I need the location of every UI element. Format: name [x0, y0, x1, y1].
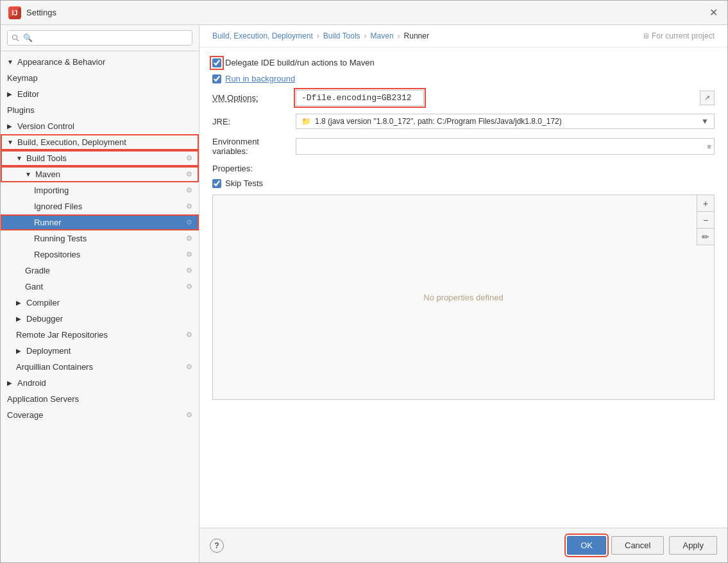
skip-tests-label: Skip Tests — [225, 178, 263, 188]
remove-property-button[interactable]: − — [697, 212, 714, 229]
skip-tests-checkbox[interactable] — [212, 179, 221, 188]
sidebar-item-label: Appearance & Behavior — [17, 57, 105, 67]
sidebar-item-label: Build, Execution, Deployment — [17, 137, 126, 147]
sidebar-item-label: Plugins — [7, 105, 35, 115]
sidebar-item-plugins[interactable]: Plugins — [1, 102, 199, 118]
sidebar-item-build-exec-deploy[interactable]: ▼ Build, Execution, Deployment — [1, 134, 199, 150]
sidebar-item-label: Coverage — [7, 410, 43, 420]
sidebar-item-gradle[interactable]: Gradle ⚙ — [1, 263, 199, 279]
expand-arrow: ▼ — [25, 171, 33, 178]
search-box — [1, 25, 199, 51]
vm-options-input[interactable] — [296, 90, 424, 106]
settings-icon: ⚙ — [186, 363, 192, 371]
sidebar-item-runner[interactable]: Runner ⚙ — [1, 214, 199, 230]
sidebar-item-android[interactable]: ▶ Android — [1, 375, 199, 391]
sidebar-item-label: Remote Jar Repositories — [16, 330, 108, 340]
sidebar-item-keymap[interactable]: Keymap — [1, 70, 199, 86]
env-field-icon: ≡ — [707, 143, 711, 150]
jre-label: JRE: — [212, 117, 296, 126]
main-content: Build, Execution, Deployment › Build Too… — [199, 25, 727, 562]
settings-icon: ⚙ — [186, 186, 192, 195]
breadcrumb-sep2: › — [364, 31, 367, 40]
jre-select[interactable]: 📁 1.8 (java version "1.8.0_172", path: C… — [296, 114, 715, 129]
properties-area: No properties defined + − ✏ — [212, 195, 715, 400]
sidebar-item-debugger[interactable]: ▶ Debugger — [1, 311, 199, 327]
sidebar-item-label: Compiler — [26, 298, 60, 307]
sidebar-item-arquillian[interactable]: Arquillian Containers ⚙ — [1, 359, 199, 375]
sidebar-item-label: Importing — [34, 186, 69, 195]
sidebar-item-label: Keymap — [7, 73, 38, 83]
run-background-checkbox[interactable] — [212, 74, 221, 83]
bottom-bar: ? OK Cancel Apply — [199, 528, 727, 562]
ok-button[interactable]: OK — [567, 536, 606, 555]
settings-panel: Delegate IDE build/run actions to Maven … — [199, 48, 727, 528]
settings-icon: ⚙ — [186, 218, 192, 227]
sidebar-item-repositories[interactable]: Repositories ⚙ — [1, 247, 199, 263]
sidebar-item-remote-jar-repos[interactable]: Remote Jar Repositories ⚙ — [1, 327, 199, 343]
settings-icon: ⚙ — [186, 250, 192, 259]
sidebar-item-label: Gant — [25, 282, 43, 291]
search-input[interactable] — [7, 30, 192, 46]
sidebar-item-app-servers[interactable]: Application Servers — [1, 391, 199, 407]
sidebar-item-compiler[interactable]: ▶ Compiler — [1, 295, 199, 311]
app-icon: IJ — [8, 6, 21, 19]
expand-arrow: ▶ — [16, 299, 24, 306]
close-button[interactable]: ✕ — [707, 6, 720, 19]
skip-tests-row: Skip Tests — [212, 178, 715, 188]
folder-icon: 📁 — [301, 117, 311, 126]
help-button[interactable]: ? — [210, 539, 224, 553]
no-properties-text: No properties defined — [423, 293, 503, 302]
sidebar-item-editor[interactable]: ▶ Editor — [1, 86, 199, 102]
expand-arrow: ▶ — [7, 91, 15, 98]
sidebar-item-version-control[interactable]: ▶ Version Control — [1, 118, 199, 134]
edit-property-button[interactable]: ✏ — [697, 229, 714, 245]
settings-window: IJ Settings ✕ ▼ Appearance & Behavior Ke… — [0, 0, 728, 563]
sidebar-item-label: Runner — [34, 218, 62, 227]
sidebar-item-label: Maven — [35, 169, 60, 179]
cancel-button[interactable]: Cancel — [611, 536, 664, 555]
sidebar-item-gant[interactable]: Gant ⚙ — [1, 279, 199, 295]
settings-icon: ⚙ — [186, 282, 192, 291]
sidebar-item-label: Repositories — [34, 250, 80, 259]
content-area: ▼ Appearance & Behavior Keymap ▶ Editor … — [1, 25, 727, 562]
expand-arrow: ▶ — [16, 315, 24, 322]
sidebar: ▼ Appearance & Behavior Keymap ▶ Editor … — [1, 25, 199, 562]
breadcrumb-build-tools[interactable]: Build Tools — [323, 31, 360, 40]
apply-button[interactable]: Apply — [669, 536, 717, 555]
sidebar-item-coverage[interactable]: Coverage ⚙ — [1, 407, 199, 423]
breadcrumb-runner: Runner — [404, 31, 429, 40]
env-vars-row: Environment variables: ≡ — [212, 137, 715, 156]
vm-options-expand-button[interactable]: ↗ — [700, 91, 715, 105]
sidebar-item-label: Ignored Files — [34, 202, 82, 211]
sidebar-item-appearance[interactable]: ▼ Appearance & Behavior — [1, 54, 199, 70]
sidebar-item-label: Build Tools — [26, 153, 67, 163]
delegate-checkbox[interactable] — [212, 58, 221, 67]
breadcrumb-sep3: › — [398, 31, 400, 40]
env-vars-field[interactable]: ≡ — [296, 138, 715, 155]
delegate-row: Delegate IDE build/run actions to Maven — [212, 58, 715, 67]
expand-arrow: ▶ — [7, 379, 15, 386]
delegate-label: Delegate IDE build/run actions to Maven — [225, 58, 375, 67]
sidebar-item-running-tests[interactable]: Running Tests ⚙ — [1, 230, 199, 247]
expand-arrow: ▶ — [7, 123, 15, 130]
sidebar-item-importing[interactable]: Importing ⚙ — [1, 182, 199, 198]
settings-icon: ⚙ — [186, 234, 192, 243]
jre-row: JRE: 📁 1.8 (java version "1.8.0_172", pa… — [212, 114, 715, 129]
sidebar-item-label: Application Servers — [7, 394, 79, 404]
title-bar-left: IJ Settings — [8, 6, 56, 19]
sidebar-item-deployment[interactable]: ▶ Deployment — [1, 343, 199, 359]
breadcrumb-build-exec[interactable]: Build, Execution, Deployment — [212, 31, 313, 40]
sidebar-item-maven[interactable]: ▼ Maven ⚙ — [1, 166, 199, 182]
settings-icon: ⚙ — [186, 411, 192, 419]
run-background-label: Run in background — [225, 74, 295, 83]
sidebar-item-label: Gradle — [25, 266, 50, 275]
sidebar-item-build-tools[interactable]: ▼ Build Tools ⚙ — [1, 150, 199, 166]
settings-icon: ⚙ — [186, 331, 192, 339]
action-buttons: OK Cancel Apply — [567, 536, 717, 555]
sidebar-item-label: Version Control — [17, 121, 74, 131]
breadcrumb-maven[interactable]: Maven — [371, 31, 394, 40]
add-property-button[interactable]: + — [697, 195, 714, 212]
jre-value: 1.8 (java version "1.8.0_172", path: C:/… — [315, 117, 562, 126]
breadcrumb: Build, Execution, Deployment › Build Too… — [199, 25, 727, 48]
sidebar-item-ignored-files[interactable]: Ignored Files ⚙ — [1, 198, 199, 214]
